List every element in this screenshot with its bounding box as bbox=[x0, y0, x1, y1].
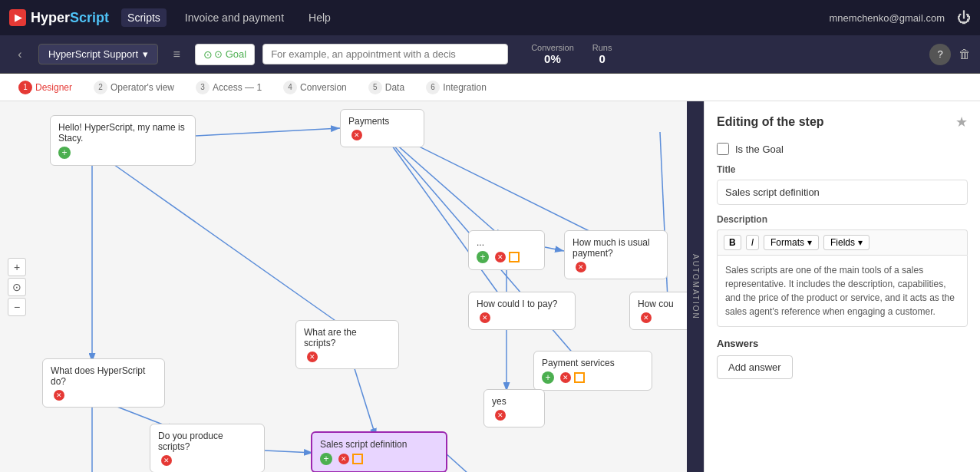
svg-line-7 bbox=[545, 247, 564, 251]
node-sales-def-goal[interactable] bbox=[352, 454, 363, 464]
node-ellipsis-close[interactable]: ✕ bbox=[495, 252, 506, 262]
tab-operator-label: Operator's view bbox=[111, 82, 174, 93]
node-payment-services[interactable]: Payment services + ✕ bbox=[533, 351, 652, 391]
svg-line-4 bbox=[382, 132, 503, 238]
nav-help[interactable]: Help bbox=[302, 8, 337, 27]
tab-data[interactable]: 5 Data bbox=[359, 76, 414, 99]
tab-integration-label: Integration bbox=[443, 82, 487, 93]
title-input[interactable] bbox=[717, 180, 968, 205]
node-payment-services-add[interactable]: + bbox=[542, 371, 554, 384]
node-how-col-actions: ✕ bbox=[638, 312, 687, 323]
automation-sidebar[interactable]: AUTOMATION bbox=[687, 101, 704, 472]
editor-formats-label: Formats bbox=[770, 237, 804, 248]
canvas-area[interactable]: + ⊙ − Hello! HyperScript, my name is Sta… bbox=[0, 101, 687, 472]
zoom-in-button[interactable]: + bbox=[8, 258, 26, 276]
tab-num-6: 6 bbox=[426, 81, 440, 94]
node-sales-def-actions: + ✕ bbox=[320, 453, 438, 465]
node-hello-actions: + bbox=[58, 147, 187, 159]
panel-title: Editing of the step bbox=[717, 115, 824, 129]
node-how-could-pay[interactable]: How could I to pay? ✕ bbox=[468, 292, 576, 330]
node-sales-def-close[interactable]: ✕ bbox=[338, 454, 349, 464]
main-area: + ⊙ − Hello! HyperScript, my name is Sta… bbox=[0, 101, 980, 472]
node-how-much-text: How much is usual payment? bbox=[572, 237, 659, 259]
tab-num-1: 1 bbox=[18, 81, 32, 94]
zoom-controls: + ⊙ − bbox=[8, 258, 26, 316]
node-payment-services-goal[interactable] bbox=[574, 372, 585, 383]
logout-button[interactable]: ⏻ bbox=[957, 10, 971, 26]
editor-fields-dropdown[interactable]: Fields ▾ bbox=[823, 235, 869, 250]
editor-formats-dropdown[interactable]: Formats ▾ bbox=[764, 235, 819, 250]
node-how-could-pay-close[interactable]: ✕ bbox=[480, 312, 490, 323]
tab-num-2: 2 bbox=[94, 81, 107, 94]
node-what-does[interactable]: What does HyperScript do? ✕ bbox=[42, 358, 165, 408]
node-yes1-actions: ✕ bbox=[492, 410, 536, 421]
node-yes1-text: yes bbox=[492, 396, 536, 407]
zoom-target-button[interactable]: ⊙ bbox=[8, 278, 26, 296]
node-payments-close[interactable]: ✕ bbox=[351, 130, 362, 140]
node-how-could-pay-actions: ✕ bbox=[477, 312, 567, 323]
node-produce-close[interactable]: ✕ bbox=[161, 455, 172, 466]
node-payments[interactable]: Payments ✕ bbox=[340, 109, 424, 147]
node-what-does-actions: ✕ bbox=[51, 390, 157, 401]
node-what-scripts-close[interactable]: ✕ bbox=[307, 352, 318, 362]
node-hello[interactable]: Hello! HyperScript, my name is Stacy. + bbox=[50, 115, 196, 166]
editor-fields-label: Fields bbox=[830, 237, 855, 248]
node-produce-text: Do you produce scripts? bbox=[158, 431, 256, 452]
help-button[interactable]: ? bbox=[929, 44, 951, 65]
node-ellipsis-goal[interactable] bbox=[509, 252, 520, 262]
editor-italic-button[interactable]: I bbox=[746, 235, 759, 250]
node-hello-text: Hello! HyperScript, my name is Stacy. bbox=[58, 122, 187, 144]
logo-icon: ▶ bbox=[9, 9, 26, 26]
tab-operator[interactable]: 2 Operator's view bbox=[84, 76, 183, 99]
zoom-out-button[interactable]: − bbox=[8, 298, 26, 316]
right-panel: Editing of the step ★ Is the Goal Title … bbox=[704, 101, 980, 472]
tab-designer-label: Designer bbox=[35, 82, 72, 93]
nav-scripts[interactable]: Scripts bbox=[121, 8, 167, 27]
node-what-scripts[interactable]: What are the scripts? ✕ bbox=[295, 320, 399, 369]
node-how-much-close[interactable]: ✕ bbox=[576, 262, 586, 272]
delete-button[interactable]: 🗑 bbox=[959, 48, 971, 61]
script-name-dropdown[interactable]: HyperScript Support ▾ bbox=[38, 44, 158, 64]
description-field-label: Description bbox=[717, 214, 968, 225]
node-sales-def-add[interactable]: + bbox=[320, 453, 332, 465]
answers-section: Answers Add answer bbox=[717, 338, 968, 379]
node-how-col-close[interactable]: ✕ bbox=[641, 312, 652, 323]
node-ellipsis-add[interactable]: + bbox=[477, 251, 489, 263]
nav-invoice[interactable]: Invoice and payment bbox=[179, 8, 290, 27]
node-how-col[interactable]: How cou ✕ bbox=[629, 292, 687, 330]
back-button[interactable]: ‹ bbox=[9, 44, 31, 65]
editor-bold-button[interactable]: B bbox=[724, 235, 741, 250]
script-name-label: HyperScript Support bbox=[48, 48, 138, 60]
description-content[interactable]: Sales scripts are one of the main tools … bbox=[717, 255, 968, 327]
tab-conversion[interactable]: 4 Conversion bbox=[274, 76, 356, 99]
second-toolbar: ‹ HyperScript Support ▾ ≡ ⊙ ⊙ Goal Conve… bbox=[0, 35, 980, 74]
tab-integration[interactable]: 6 Integration bbox=[417, 76, 496, 99]
node-sales-def[interactable]: Sales script definition + ✕ bbox=[311, 431, 447, 472]
user-email: mnemchenko@gmail.com bbox=[830, 12, 945, 24]
goal-input[interactable] bbox=[262, 44, 508, 64]
node-ellipsis[interactable]: ... + ✕ bbox=[468, 230, 545, 270]
add-answer-button[interactable]: Add answer bbox=[717, 355, 793, 379]
goal-icon: ⊙ bbox=[203, 48, 213, 61]
is-goal-checkbox[interactable] bbox=[717, 143, 729, 155]
hamburger-button[interactable]: ≡ bbox=[166, 44, 187, 65]
node-produce[interactable]: Do you produce scripts? ✕ bbox=[150, 424, 265, 472]
node-produce-actions: ✕ bbox=[158, 455, 256, 466]
node-payment-services-close[interactable]: ✕ bbox=[560, 372, 571, 383]
tab-access[interactable]: 3 Access — 1 bbox=[186, 76, 271, 99]
answers-title: Answers bbox=[717, 338, 968, 349]
is-goal-row: Is the Goal bbox=[717, 143, 968, 155]
node-ellipsis-actions: + ✕ bbox=[477, 251, 536, 263]
editor-toolbar: B I Formats ▾ Fields ▾ bbox=[717, 229, 968, 255]
node-payments-text: Payments bbox=[348, 116, 416, 127]
star-button[interactable]: ★ bbox=[955, 114, 968, 130]
node-how-much[interactable]: How much is usual payment? ✕ bbox=[564, 230, 668, 279]
node-yes1[interactable]: yes ✕ bbox=[483, 389, 545, 427]
node-hello-add[interactable]: + bbox=[58, 147, 71, 159]
goal-button[interactable]: ⊙ ⊙ Goal bbox=[195, 44, 255, 65]
node-what-does-close[interactable]: ✕ bbox=[54, 390, 64, 401]
node-yes1-close[interactable]: ✕ bbox=[495, 410, 506, 421]
is-goal-label: Is the Goal bbox=[735, 144, 784, 155]
tab-designer[interactable]: 1 Designer bbox=[9, 76, 81, 99]
runs-label: Runs bbox=[592, 43, 612, 52]
